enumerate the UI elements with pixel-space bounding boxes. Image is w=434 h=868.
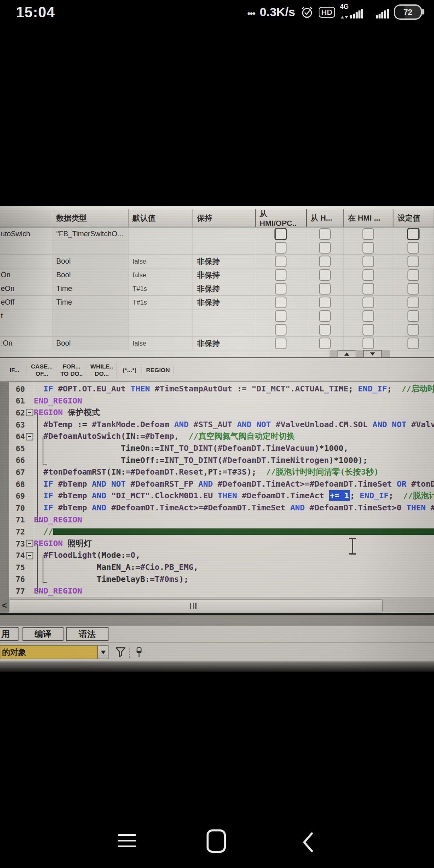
checkbox[interactable]: [407, 324, 419, 336]
horizontal-scrollbar[interactable]: <: [0, 598, 434, 613]
column-header[interactable]: 在 HMI ...: [344, 209, 393, 227]
code-line[interactable]: 73REGION 照明灯: [0, 538, 434, 550]
cell-type[interactable]: Bool: [52, 255, 129, 268]
table-row[interactable]: [0, 323, 434, 337]
table-row[interactable]: eOnTimeT#1s非保持: [0, 282, 434, 296]
checkbox[interactable]: [407, 256, 419, 267]
cell-ret[interactable]: 非保持: [193, 282, 255, 295]
cell-ret[interactable]: 非保持: [193, 268, 255, 282]
cell-name[interactable]: t: [0, 309, 52, 323]
checkbox[interactable]: [275, 269, 287, 281]
toolbar-button[interactable]: FOR...TO DO..: [57, 362, 86, 378]
column-header[interactable]: 从 HMI/OPC..: [255, 209, 306, 227]
home-icon[interactable]: [207, 829, 226, 853]
code-line[interactable]: 62REGION 保护模式: [0, 407, 434, 419]
cell-name[interactable]: eOff: [0, 296, 52, 309]
checkbox[interactable]: [407, 242, 419, 254]
code-line[interactable]: 72 //: [0, 526, 434, 538]
table-row[interactable]: :OnBoolfalse非保持: [0, 337, 434, 350]
checkbox[interactable]: [275, 338, 287, 349]
cell-ret[interactable]: 非保持: [193, 255, 255, 268]
checkbox[interactable]: [275, 324, 287, 336]
fold-toggle-icon[interactable]: [26, 540, 33, 547]
scrollbar-thumb[interactable]: [10, 599, 383, 612]
toolbar-button[interactable]: IF...: [2, 366, 27, 374]
column-header[interactable]: 设定值: [393, 209, 434, 227]
cell-def[interactable]: false: [129, 268, 193, 282]
checkbox[interactable]: [319, 297, 331, 308]
scroll-up-button[interactable]: [338, 350, 356, 357]
table-row[interactable]: [0, 241, 434, 255]
cell-def[interactable]: [129, 227, 193, 241]
checkbox[interactable]: [407, 297, 419, 308]
code-line[interactable]: 70 IF #bTemp AND #DefoamDT.TimeAct>=#Def…: [0, 502, 434, 514]
cell-type[interactable]: Time: [52, 282, 129, 295]
menu-icon[interactable]: [118, 834, 136, 847]
checkbox[interactable]: [319, 242, 331, 254]
cell-name[interactable]: :On: [0, 337, 52, 350]
checkbox[interactable]: [275, 297, 287, 308]
filter-funnel-icon[interactable]: [115, 647, 126, 658]
toolbar-button[interactable]: REGION: [143, 366, 173, 374]
cell-ret[interactable]: [193, 309, 255, 323]
checkbox[interactable]: [319, 269, 331, 281]
checkbox[interactable]: [362, 269, 374, 281]
cell-type[interactable]: [52, 323, 129, 336]
back-icon[interactable]: [302, 832, 313, 853]
cell-def[interactable]: false: [129, 337, 193, 350]
checkbox[interactable]: [319, 324, 331, 336]
code-line[interactable]: 67 #tonDefoamRST(IN:=#DefoamDT.Reset,PT:…: [0, 466, 434, 478]
code-line[interactable]: 74 #FloodLight(Mode:=0,: [0, 549, 434, 561]
cell-def[interactable]: [129, 309, 193, 323]
scroll-left-button[interactable]: <: [0, 598, 9, 613]
cell-ret[interactable]: [193, 227, 255, 241]
cell-def[interactable]: [129, 241, 193, 254]
cell-type[interactable]: [52, 309, 129, 323]
checkbox[interactable]: [362, 324, 374, 336]
checkbox[interactable]: [362, 297, 374, 308]
toolbar-button[interactable]: CASE...OF...: [28, 362, 56, 378]
table-row[interactable]: utoSwich"FB_TimerSwitchO...: [0, 227, 434, 241]
code-line[interactable]: 63 #bTemp := #TankMode.Defoam AND #STS_A…: [0, 419, 434, 431]
toolbar-button[interactable]: (*...*): [117, 366, 142, 374]
checkbox[interactable]: [319, 338, 331, 349]
fold-toggle-icon[interactable]: [26, 433, 33, 440]
scroll-down-button[interactable]: [363, 350, 382, 357]
cell-ret[interactable]: [193, 241, 255, 254]
checkbox[interactable]: [407, 338, 419, 349]
combo-dropdown-button[interactable]: [98, 645, 108, 659]
tab-0[interactable]: 用: [0, 627, 18, 641]
checkbox[interactable]: [275, 283, 287, 295]
cell-type[interactable]: "FB_TimerSwitchO...: [52, 227, 129, 241]
cell-def[interactable]: false: [129, 255, 193, 268]
checkbox[interactable]: [275, 310, 287, 322]
cell-def[interactable]: T#1s: [129, 282, 193, 295]
column-header[interactable]: 保持: [193, 209, 255, 227]
tab-2[interactable]: 语法: [66, 627, 108, 641]
code-line[interactable]: 65 TimeOn:=INT_TO_DINT(#DefoamDT.TimeVac…: [0, 442, 434, 454]
object-filter-combo[interactable]: 的对象: [0, 645, 98, 659]
checkbox[interactable]: [407, 283, 419, 295]
column-header[interactable]: 数据类型: [52, 209, 129, 227]
cell-name[interactable]: [0, 241, 52, 254]
checkbox[interactable]: [362, 310, 374, 322]
code-line[interactable]: 68 IF #bTemp AND NOT #DefoamRST_FP AND #…: [0, 478, 434, 490]
cell-type[interactable]: [52, 241, 129, 254]
table-row[interactable]: Boolfalse非保持: [0, 255, 434, 268]
checkbox[interactable]: [275, 256, 287, 267]
column-header[interactable]: 从 H...: [306, 209, 344, 227]
code-line[interactable]: 64 #DefoamAutoSwich(IN:=#bTemp, //真空阀氮气阀…: [0, 430, 434, 442]
cell-ret[interactable]: [193, 323, 255, 336]
table-row[interactable]: OnBoolfalse非保持: [0, 268, 434, 282]
tab-1[interactable]: 编译: [23, 627, 63, 641]
cell-name[interactable]: [0, 255, 52, 268]
cell-name[interactable]: eOn: [0, 282, 52, 295]
cell-type[interactable]: Bool: [52, 268, 129, 282]
cell-name[interactable]: [0, 323, 52, 336]
table-row[interactable]: t: [0, 309, 434, 323]
checkbox[interactable]: [319, 228, 331, 240]
checkbox[interactable]: [362, 338, 374, 349]
toolbar-button[interactable]: WHILE..DO...: [87, 362, 117, 378]
table-row[interactable]: eOffTimeT#1s非保持: [0, 296, 434, 309]
code-line[interactable]: 76 TimeDelayB:=T#0ms);: [0, 573, 434, 585]
